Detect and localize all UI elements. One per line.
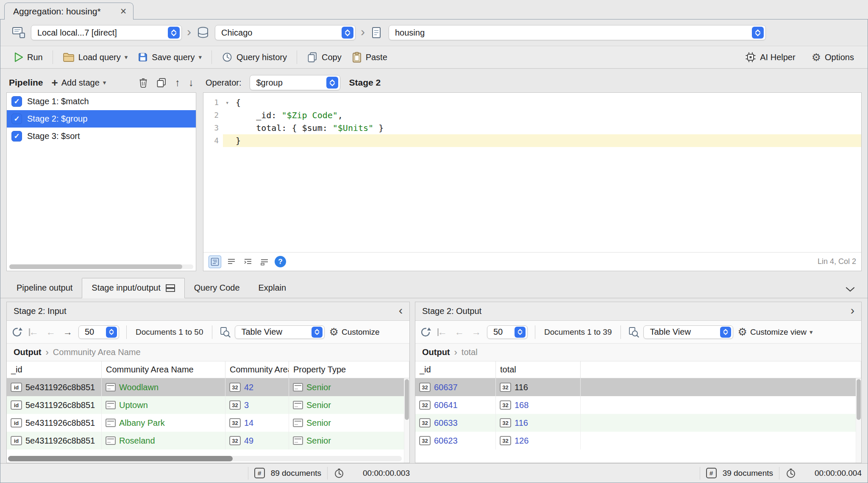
- options-button[interactable]: ⚙ Options: [808, 50, 857, 65]
- next-page-icon[interactable]: →: [470, 328, 483, 337]
- table-row[interactable]: 3260633 32116: [415, 414, 861, 432]
- vertical-scrollbar[interactable]: [404, 378, 409, 463]
- table-row[interactable]: 3260641 32168: [415, 396, 861, 414]
- text-view-icon[interactable]: [225, 255, 238, 268]
- customize-button[interactable]: ⚙ Customize: [329, 327, 379, 337]
- stage-list-item-3[interactable]: ✓ Stage 3: $sort: [7, 128, 196, 145]
- customize-view-button[interactable]: ⚙ Customize view ▾: [737, 327, 812, 337]
- breadcrumb-field[interactable]: Community Area Name: [53, 347, 141, 357]
- stage-list-item-2-selected[interactable]: ✓ Stage 2: $group: [7, 110, 196, 128]
- scrollbar-thumb[interactable]: [9, 264, 182, 269]
- table-row[interactable]: id5e4311926c8b851 Woodlawn 3242 Senior: [7, 378, 409, 396]
- pipeline-horizontal-scrollbar[interactable]: [9, 264, 193, 269]
- stage-checkbox[interactable]: ✓: [11, 131, 22, 142]
- compact-code-icon[interactable]: [258, 255, 271, 268]
- database-select[interactable]: Chicago: [215, 25, 356, 40]
- table-cell[interactable]: id5e4311926c8b851: [7, 414, 102, 432]
- first-page-icon[interactable]: ←: [27, 328, 40, 337]
- table-cell[interactable]: id5e4311926c8b851: [7, 432, 102, 450]
- tab-aggregation-housing[interactable]: Aggregation: housing* ×: [4, 3, 134, 19]
- table-cell[interactable]: 3249: [225, 432, 289, 450]
- move-stage-down-icon[interactable]: ↓: [189, 78, 194, 88]
- add-stage-button[interactable]: + Add stage ▾: [52, 77, 106, 88]
- run-button[interactable]: Run: [11, 50, 46, 64]
- table-cell[interactable]: 32126: [496, 432, 581, 450]
- table-cell[interactable]: Roseland: [102, 432, 225, 450]
- table-row[interactable]: id5e4311926c8b851 Uptown 323 Senior: [7, 396, 409, 414]
- refresh-icon[interactable]: [11, 326, 23, 338]
- operator-select[interactable]: $group: [250, 75, 340, 90]
- breadcrumb-root[interactable]: Output: [422, 347, 450, 357]
- query-history-button[interactable]: Query history: [218, 50, 290, 65]
- previous-page-icon[interactable]: ←: [45, 328, 57, 337]
- scrollbar-thumb[interactable]: [8, 456, 233, 461]
- scrollbar-thumb[interactable]: [857, 379, 861, 420]
- previous-page-icon[interactable]: ←: [453, 328, 466, 337]
- chevron-down-icon[interactable]: [846, 287, 861, 298]
- first-page-icon[interactable]: ←: [436, 328, 449, 337]
- save-query-button[interactable]: Save query ▾: [134, 50, 205, 64]
- table-cell[interactable]: 32116: [496, 378, 581, 396]
- page-size-select[interactable]: 50: [78, 325, 119, 339]
- help-icon[interactable]: ?: [275, 256, 286, 267]
- load-query-button[interactable]: Load query ▾: [59, 50, 131, 64]
- stage-list-item-1[interactable]: ✓ Stage 1: $match: [7, 93, 196, 110]
- column-header[interactable]: total: [496, 361, 581, 378]
- collapse-left-icon[interactable]: ‹: [399, 305, 403, 318]
- table-row[interactable]: 3260623 32126: [415, 432, 861, 450]
- paste-button[interactable]: Paste: [348, 50, 391, 65]
- column-header[interactable]: Community Area: [225, 361, 289, 378]
- tab-pipeline-output[interactable]: Pipeline output: [7, 278, 82, 298]
- column-header[interactable]: _id: [7, 361, 102, 378]
- table-row[interactable]: id5e4311926c8b851 Albany Park 3214 Senio…: [7, 414, 409, 432]
- table-cell[interactable]: Uptown: [102, 396, 225, 414]
- connection-select[interactable]: Local local...7 [direct]: [31, 25, 182, 40]
- search-documents-icon[interactable]: [628, 327, 639, 338]
- ai-helper-button[interactable]: AI Helper: [742, 50, 798, 65]
- column-header[interactable]: Community Area Name: [102, 361, 225, 378]
- vertical-scrollbar[interactable]: [856, 378, 861, 463]
- table-cell[interactable]: 3260623: [415, 432, 496, 450]
- table-cell[interactable]: Woodlawn: [102, 378, 225, 396]
- breadcrumb-root[interactable]: Output: [14, 347, 42, 357]
- table-cell[interactable]: Senior: [289, 414, 409, 432]
- table-cell[interactable]: Senior: [289, 432, 409, 450]
- breadcrumb-field[interactable]: total: [462, 347, 478, 357]
- duplicate-stage-icon[interactable]: [156, 78, 167, 88]
- close-icon[interactable]: ×: [120, 6, 127, 17]
- stage-checkbox[interactable]: ✓: [11, 96, 22, 107]
- table-row[interactable]: 3260637 32116: [415, 378, 861, 396]
- collapse-right-icon[interactable]: ›: [851, 305, 854, 318]
- table-cell[interactable]: 3260641: [415, 396, 496, 414]
- copy-button[interactable]: Copy: [303, 50, 345, 65]
- table-cell[interactable]: id5e4311926c8b851: [7, 396, 102, 414]
- scrollbar-thumb[interactable]: [405, 379, 409, 420]
- table-cell[interactable]: 3260633: [415, 414, 496, 432]
- table-cell[interactable]: 32168: [496, 396, 581, 414]
- horizontal-scrollbar[interactable]: [8, 456, 402, 461]
- table-cell[interactable]: 3214: [225, 414, 289, 432]
- view-mode-select[interactable]: Table View: [235, 325, 325, 339]
- table-cell[interactable]: Senior: [289, 378, 409, 396]
- search-documents-icon[interactable]: [220, 327, 231, 338]
- table-cell[interactable]: Senior: [289, 396, 409, 414]
- fold-icon[interactable]: ▾: [225, 96, 229, 109]
- table-cell[interactable]: id5e4311926c8b851: [7, 378, 102, 396]
- next-page-icon[interactable]: →: [61, 328, 74, 337]
- code-area[interactable]: 1 2 3 4 ▾{ _id: "$Zip Code", total: { $s…: [203, 93, 861, 252]
- table-cell[interactable]: 323: [225, 396, 289, 414]
- delete-stage-icon[interactable]: [139, 78, 148, 88]
- table-cell[interactable]: 32116: [496, 414, 581, 432]
- tab-query-code[interactable]: Query Code: [185, 278, 249, 298]
- collection-select[interactable]: housing: [389, 25, 766, 40]
- tab-explain[interactable]: Explain: [249, 278, 296, 298]
- column-header[interactable]: _id: [415, 361, 496, 378]
- table-cell[interactable]: 3260637: [415, 378, 496, 396]
- page-size-select[interactable]: 50: [487, 325, 528, 339]
- refresh-icon[interactable]: [420, 326, 431, 338]
- column-header[interactable]: Property Type: [289, 361, 409, 378]
- table-cell[interactable]: Albany Park: [102, 414, 225, 432]
- move-stage-up-icon[interactable]: ↑: [175, 78, 180, 88]
- tab-stage-input-output[interactable]: Stage input/output: [82, 278, 184, 298]
- table-row[interactable]: id5e4311926c8b851 Roseland 3249 Senior: [7, 432, 409, 450]
